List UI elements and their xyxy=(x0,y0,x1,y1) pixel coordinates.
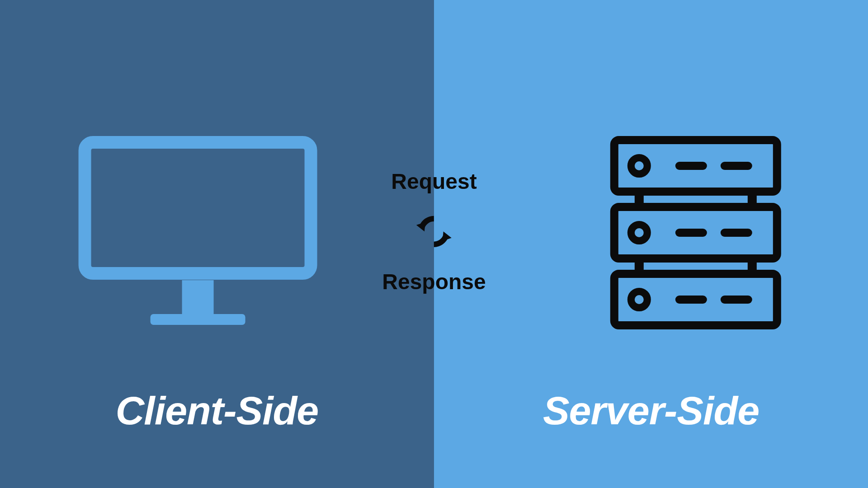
center-exchange: Request Response xyxy=(382,169,486,294)
svg-rect-11 xyxy=(675,229,707,237)
svg-rect-2 xyxy=(151,314,245,325)
svg-rect-17 xyxy=(675,296,707,304)
svg-rect-0 xyxy=(85,142,311,273)
svg-rect-5 xyxy=(675,162,707,170)
server-side-title: Server-Side xyxy=(543,388,759,434)
svg-rect-6 xyxy=(721,162,752,170)
monitor-icon xyxy=(78,136,318,332)
svg-rect-12 xyxy=(721,229,752,237)
svg-point-16 xyxy=(631,291,647,308)
client-side-title: Client-Side xyxy=(116,388,319,434)
client-side-panel: Client-Side xyxy=(0,0,434,488)
svg-point-10 xyxy=(631,225,647,241)
server-side-panel: Server-Side xyxy=(434,0,868,488)
request-label: Request xyxy=(391,169,476,194)
svg-point-4 xyxy=(631,158,647,174)
response-label: Response xyxy=(382,269,486,294)
sync-icon xyxy=(413,210,456,253)
svg-rect-1 xyxy=(182,280,214,314)
server-icon xyxy=(610,136,782,332)
svg-rect-18 xyxy=(721,296,752,304)
